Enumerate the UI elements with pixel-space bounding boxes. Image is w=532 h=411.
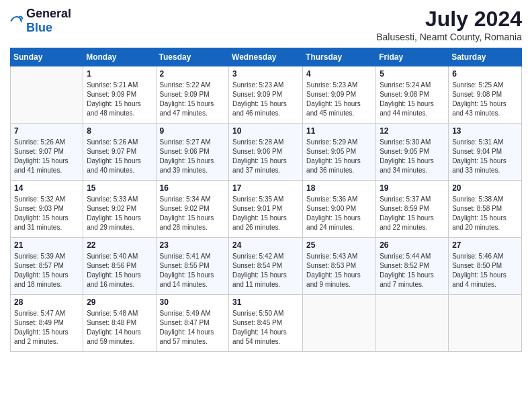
day-number: 27 [452, 240, 518, 250]
day-number: 17 [232, 183, 299, 193]
col-header-wednesday: Wednesday [229, 48, 303, 66]
day-number: 9 [160, 126, 226, 136]
calendar-header: SundayMondayTuesdayWednesdayThursdayFrid… [11, 48, 522, 66]
day-info: Sunrise: 5:37 AMSunset: 8:59 PMDaylight:… [380, 195, 445, 232]
day-info: Sunrise: 5:32 AMSunset: 9:03 PMDaylight:… [14, 195, 79, 232]
day-number: 11 [306, 126, 372, 136]
day-info: Sunrise: 5:49 AMSunset: 8:47 PMDaylight:… [160, 309, 226, 347]
month-year-title: July 2024 [376, 7, 522, 32]
logo-general: General [26, 7, 71, 20]
day-number: 13 [452, 126, 518, 136]
day-number: 4 [306, 69, 372, 79]
day-info: Sunrise: 5:23 AMSunset: 9:09 PMDaylight:… [306, 81, 372, 118]
day-cell: 11Sunrise: 5:29 AMSunset: 9:05 PMDayligh… [303, 124, 376, 181]
day-cell: 9Sunrise: 5:27 AMSunset: 9:06 PMDaylight… [156, 124, 229, 181]
day-number: 15 [87, 183, 152, 193]
day-info: Sunrise: 5:31 AMSunset: 9:04 PMDaylight:… [452, 138, 518, 175]
day-info: Sunrise: 5:33 AMSunset: 9:02 PMDaylight:… [87, 195, 152, 232]
day-number: 12 [380, 126, 445, 136]
week-row-2: 7Sunrise: 5:26 AMSunset: 9:07 PMDaylight… [11, 124, 522, 181]
day-cell: 8Sunrise: 5:26 AMSunset: 9:07 PMDaylight… [83, 124, 156, 181]
day-cell: 10Sunrise: 5:28 AMSunset: 9:06 PMDayligh… [229, 124, 303, 181]
day-info: Sunrise: 5:24 AMSunset: 9:08 PMDaylight:… [380, 81, 445, 118]
day-cell [303, 295, 376, 352]
day-number: 25 [306, 240, 372, 250]
day-number: 28 [14, 298, 79, 307]
day-info: Sunrise: 5:46 AMSunset: 8:50 PMDaylight:… [452, 252, 518, 289]
day-info: Sunrise: 5:30 AMSunset: 9:05 PMDaylight:… [380, 138, 445, 175]
day-info: Sunrise: 5:26 AMSunset: 9:07 PMDaylight:… [14, 138, 79, 175]
day-info: Sunrise: 5:22 AMSunset: 9:09 PMDaylight:… [160, 81, 226, 118]
day-info: Sunrise: 5:25 AMSunset: 9:08 PMDaylight:… [452, 81, 518, 118]
day-cell: 3Sunrise: 5:23 AMSunset: 9:09 PMDaylight… [229, 66, 303, 124]
day-cell: 20Sunrise: 5:38 AMSunset: 8:58 PMDayligh… [449, 181, 522, 238]
day-cell: 13Sunrise: 5:31 AMSunset: 9:04 PMDayligh… [449, 124, 522, 181]
calendar-body: 1Sunrise: 5:21 AMSunset: 9:09 PMDaylight… [11, 66, 522, 352]
day-number: 2 [160, 69, 226, 79]
week-row-1: 1Sunrise: 5:21 AMSunset: 9:09 PMDaylight… [11, 66, 522, 124]
header-row: SundayMondayTuesdayWednesdayThursdayFrid… [11, 48, 522, 66]
day-number: 22 [87, 240, 152, 250]
day-info: Sunrise: 5:47 AMSunset: 8:49 PMDaylight:… [14, 309, 79, 347]
day-info: Sunrise: 5:43 AMSunset: 8:53 PMDaylight:… [306, 252, 372, 289]
day-cell: 21Sunrise: 5:39 AMSunset: 8:57 PMDayligh… [11, 238, 83, 295]
day-number: 31 [232, 298, 299, 307]
day-info: Sunrise: 5:44 AMSunset: 8:52 PMDaylight:… [380, 252, 445, 289]
day-number: 6 [452, 69, 518, 79]
day-number: 30 [160, 298, 226, 307]
day-number: 8 [87, 126, 152, 136]
col-header-sunday: Sunday [11, 48, 83, 66]
col-header-monday: Monday [83, 48, 156, 66]
day-info: Sunrise: 5:23 AMSunset: 9:09 PMDaylight:… [232, 81, 299, 118]
week-row-5: 28Sunrise: 5:47 AMSunset: 8:49 PMDayligh… [11, 295, 522, 352]
day-info: Sunrise: 5:21 AMSunset: 9:09 PMDaylight:… [87, 81, 152, 118]
page-header: General Blue July 2024 Balusesti, Neamt … [10, 7, 522, 42]
logo-blue: Blue [26, 21, 52, 34]
day-number: 16 [160, 183, 226, 193]
location-text: Balusesti, Neamt County, Romania [376, 32, 522, 42]
day-info: Sunrise: 5:38 AMSunset: 8:58 PMDaylight:… [452, 195, 518, 232]
day-info: Sunrise: 5:48 AMSunset: 8:48 PMDaylight:… [87, 309, 152, 347]
day-number: 29 [87, 298, 152, 307]
day-cell [376, 295, 449, 352]
col-header-tuesday: Tuesday [156, 48, 229, 66]
day-cell: 14Sunrise: 5:32 AMSunset: 9:03 PMDayligh… [11, 181, 83, 238]
day-number: 24 [232, 240, 299, 250]
col-header-saturday: Saturday [449, 48, 522, 66]
logo: General Blue [10, 7, 71, 35]
day-cell: 26Sunrise: 5:44 AMSunset: 8:52 PMDayligh… [376, 238, 449, 295]
day-info: Sunrise: 5:39 AMSunset: 8:57 PMDaylight:… [14, 252, 79, 289]
day-number: 1 [87, 69, 152, 79]
day-cell: 17Sunrise: 5:35 AMSunset: 9:01 PMDayligh… [229, 181, 303, 238]
day-info: Sunrise: 5:36 AMSunset: 9:00 PMDaylight:… [306, 195, 372, 232]
day-cell: 18Sunrise: 5:36 AMSunset: 9:00 PMDayligh… [303, 181, 376, 238]
day-number: 19 [380, 183, 445, 193]
day-cell: 7Sunrise: 5:26 AMSunset: 9:07 PMDaylight… [11, 124, 83, 181]
day-info: Sunrise: 5:41 AMSunset: 8:55 PMDaylight:… [160, 252, 226, 289]
col-header-thursday: Thursday [303, 48, 376, 66]
day-number: 23 [160, 240, 226, 250]
day-cell: 1Sunrise: 5:21 AMSunset: 9:09 PMDaylight… [83, 66, 156, 124]
logo-icon [10, 14, 24, 28]
day-cell: 31Sunrise: 5:50 AMSunset: 8:45 PMDayligh… [229, 295, 303, 352]
day-cell: 2Sunrise: 5:22 AMSunset: 9:09 PMDaylight… [156, 66, 229, 124]
day-cell: 25Sunrise: 5:43 AMSunset: 8:53 PMDayligh… [303, 238, 376, 295]
calendar-table: SundayMondayTuesdayWednesdayThursdayFrid… [10, 48, 522, 352]
logo-text: General Blue [26, 7, 71, 35]
day-cell: 12Sunrise: 5:30 AMSunset: 9:05 PMDayligh… [376, 124, 449, 181]
day-cell: 15Sunrise: 5:33 AMSunset: 9:02 PMDayligh… [83, 181, 156, 238]
day-number: 14 [14, 183, 79, 193]
day-cell [11, 66, 83, 124]
day-cell: 29Sunrise: 5:48 AMSunset: 8:48 PMDayligh… [83, 295, 156, 352]
day-info: Sunrise: 5:50 AMSunset: 8:45 PMDaylight:… [232, 309, 299, 347]
day-info: Sunrise: 5:35 AMSunset: 9:01 PMDaylight:… [232, 195, 299, 232]
day-info: Sunrise: 5:42 AMSunset: 8:54 PMDaylight:… [232, 252, 299, 289]
day-info: Sunrise: 5:40 AMSunset: 8:56 PMDaylight:… [87, 252, 152, 289]
day-cell: 23Sunrise: 5:41 AMSunset: 8:55 PMDayligh… [156, 238, 229, 295]
day-number: 18 [306, 183, 372, 193]
day-number: 26 [380, 240, 445, 250]
day-info: Sunrise: 5:28 AMSunset: 9:06 PMDaylight:… [232, 138, 299, 175]
day-cell: 4Sunrise: 5:23 AMSunset: 9:09 PMDaylight… [303, 66, 376, 124]
day-info: Sunrise: 5:27 AMSunset: 9:06 PMDaylight:… [160, 138, 226, 175]
day-number: 10 [232, 126, 299, 136]
